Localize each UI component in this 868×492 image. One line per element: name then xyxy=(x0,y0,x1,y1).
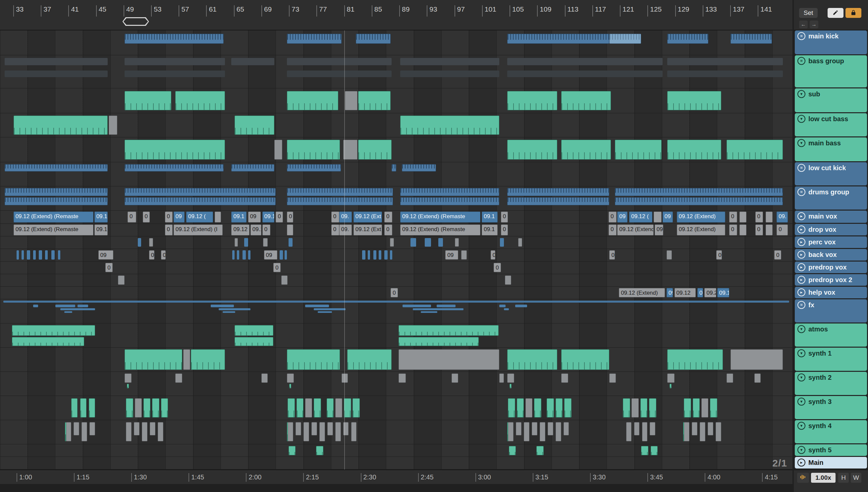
group-icon[interactable]: ≡ xyxy=(797,164,805,172)
track-header-main-bass[interactable]: ▾main bass xyxy=(795,138,867,161)
track-header-main-kick[interactable]: ≡main kick xyxy=(795,30,867,54)
clip[interactable] xyxy=(126,398,133,418)
clip[interactable] xyxy=(124,373,132,383)
clip[interactable] xyxy=(634,422,640,435)
fold-icon[interactable]: ▾ xyxy=(797,325,805,333)
track-header-low-cut-bass[interactable]: ▾low cut bass xyxy=(795,113,867,137)
play-icon[interactable]: ▸ xyxy=(797,238,805,246)
clip[interactable]: 09 xyxy=(173,212,185,222)
track-lane-main-kick[interactable] xyxy=(0,30,793,55)
clip[interactable] xyxy=(345,91,357,110)
clip[interactable] xyxy=(109,116,117,135)
clip[interactable] xyxy=(314,308,346,310)
clip[interactable] xyxy=(343,140,357,159)
clip[interactable]: 0 xyxy=(384,212,392,222)
clip[interactable] xyxy=(244,238,248,247)
clip[interactable] xyxy=(556,422,561,441)
track-header-atmos[interactable]: ▾atmos xyxy=(795,323,867,347)
track-lane-synth-3[interactable] xyxy=(0,396,793,420)
clip[interactable] xyxy=(356,34,391,44)
clip[interactable] xyxy=(667,34,708,44)
clip[interactable] xyxy=(507,188,610,196)
clip[interactable]: 09. xyxy=(339,224,352,236)
clip[interactable] xyxy=(507,58,663,65)
track-lane-predrop-vox[interactable]: 000 xyxy=(0,262,793,274)
clip[interactable] xyxy=(124,188,276,196)
clip[interactable] xyxy=(287,164,341,172)
clip[interactable] xyxy=(80,398,87,418)
clip[interactable]: 09.1 xyxy=(94,212,108,222)
track-header-main-vox[interactable]: ▸main vox xyxy=(795,211,867,223)
clip[interactable] xyxy=(235,337,273,346)
clip[interactable]: 09 xyxy=(248,212,261,222)
clip[interactable]: 09. xyxy=(339,212,352,222)
clip[interactable]: 09.1 xyxy=(717,288,729,297)
clip[interactable] xyxy=(540,422,545,441)
clip[interactable] xyxy=(455,238,459,247)
clip[interactable] xyxy=(222,311,235,313)
clip[interactable] xyxy=(564,422,569,435)
clip[interactable] xyxy=(3,301,790,303)
clip[interactable] xyxy=(508,422,514,441)
clip[interactable] xyxy=(318,311,332,313)
clip[interactable] xyxy=(235,325,273,336)
clip[interactable] xyxy=(12,325,95,336)
track-lane-back-vox[interactable]: 090009090000 xyxy=(0,249,793,262)
clip[interactable] xyxy=(507,91,557,110)
clip[interactable] xyxy=(524,422,530,441)
clip[interactable]: 09.12 (Extend) (Remaste xyxy=(14,224,94,236)
clip[interactable] xyxy=(390,250,392,260)
clip[interactable]: 09.1 xyxy=(482,212,498,222)
clip[interactable] xyxy=(12,337,84,346)
clip[interactable] xyxy=(536,446,544,455)
clip[interactable] xyxy=(242,250,246,260)
clip[interactable] xyxy=(561,349,610,370)
track-header-back-vox[interactable]: ▸back vox xyxy=(795,249,867,261)
clip[interactable]: 0 xyxy=(331,212,339,222)
track-lane-drop-vox[interactable]: 09.12 (Extend) (Remaste09.1009.12 (Exten… xyxy=(0,224,793,237)
clip[interactable] xyxy=(564,398,571,418)
clip[interactable] xyxy=(515,304,527,307)
clip[interactable] xyxy=(708,422,713,435)
clip[interactable]: 0 xyxy=(697,288,703,297)
clip[interactable]: 09.12 (I xyxy=(231,224,250,236)
clip[interactable]: 09 xyxy=(666,288,673,297)
clip[interactable] xyxy=(692,422,697,435)
clip[interactable] xyxy=(384,250,388,260)
clip[interactable] xyxy=(399,325,498,336)
clip[interactable] xyxy=(138,238,141,247)
clip[interactable] xyxy=(237,250,239,260)
clip[interactable] xyxy=(507,34,610,44)
clip[interactable] xyxy=(509,446,516,455)
clip[interactable] xyxy=(727,140,783,159)
clip[interactable] xyxy=(438,238,443,247)
clip[interactable] xyxy=(754,373,761,383)
clip[interactable] xyxy=(287,422,288,441)
track-header-perc-vox[interactable]: ▸perc vox xyxy=(795,237,867,248)
clip[interactable] xyxy=(248,250,251,260)
fold-icon[interactable]: ▾ xyxy=(797,90,805,98)
clip[interactable] xyxy=(5,58,108,65)
track-lane-fx[interactable] xyxy=(0,299,793,323)
clip[interactable] xyxy=(740,224,747,236)
clip[interactable] xyxy=(263,238,268,247)
clip[interactable] xyxy=(615,188,783,196)
clip[interactable]: 09 xyxy=(655,224,663,236)
clip[interactable]: 0 xyxy=(391,288,398,297)
clip[interactable] xyxy=(288,238,292,247)
clip[interactable] xyxy=(766,224,773,236)
clip[interactable] xyxy=(561,140,611,159)
clip[interactable] xyxy=(740,212,747,222)
clip[interactable]: 0 xyxy=(127,212,136,222)
clip[interactable]: 0 xyxy=(729,212,737,222)
clip[interactable] xyxy=(507,140,557,159)
clip[interactable] xyxy=(211,304,234,307)
clip[interactable] xyxy=(287,91,338,110)
clip[interactable] xyxy=(561,91,611,110)
clip[interactable] xyxy=(437,304,455,307)
clip[interactable]: 09.1 xyxy=(262,212,274,222)
clip[interactable]: 09.12 (Ext xyxy=(353,224,382,236)
clip[interactable] xyxy=(17,250,19,260)
track-header-sub[interactable]: ▾sub xyxy=(795,89,867,112)
audio-zoom-button[interactable] xyxy=(797,473,809,483)
